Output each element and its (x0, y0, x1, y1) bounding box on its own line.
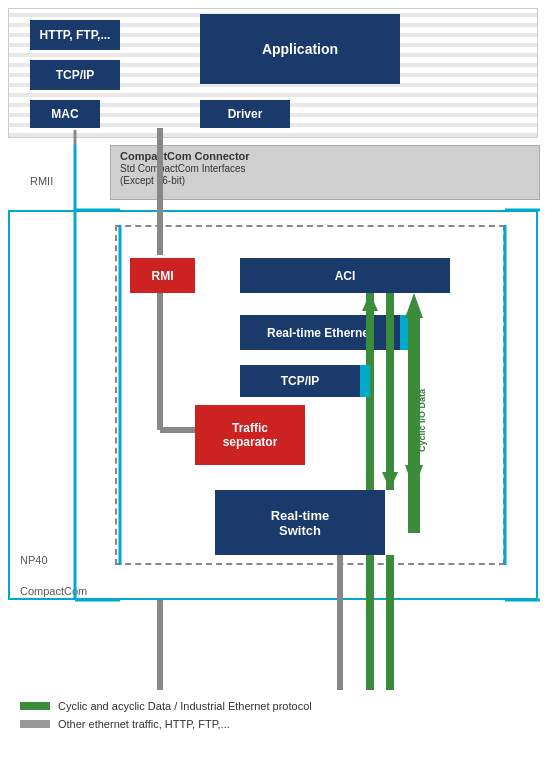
diagram-container: HTTP, FTP,... Application TCP/IP MAC Dri… (0, 0, 554, 760)
legend: Cyclic and acyclic Data / Industrial Eth… (20, 700, 312, 730)
box-rte: Real-time Ethernet (240, 315, 400, 350)
connector-sublabel: Std CompactCom Interfaces (120, 163, 246, 174)
box-http: HTTP, FTP,... (30, 20, 120, 50)
legend-item-green: Cyclic and acyclic Data / Industrial Eth… (20, 700, 312, 712)
box-tcpip-inner: TCP/IP (240, 365, 360, 397)
np40-label: NP40 (20, 554, 48, 566)
connector-sublabel2: (Except 16-bit) (120, 175, 185, 186)
box-rtswitch: Real-time Switch (215, 490, 385, 555)
legend-item-gray: Other ethernet traffic, HTTP, FTP,... (20, 718, 312, 730)
rmii-label: RMII (30, 175, 53, 187)
box-aci: ACI (240, 258, 450, 293)
box-application: Application (200, 14, 400, 84)
box-traffic: Traffic separator (195, 405, 305, 465)
box-tcpip-host: TCP/IP (30, 60, 120, 90)
box-mac: MAC (30, 100, 100, 128)
connector-label: CompactCom Connector (120, 150, 250, 162)
box-rmi: RMI (130, 258, 195, 293)
legend-text-gray: Other ethernet traffic, HTTP, FTP,... (58, 718, 230, 730)
legend-color-gray (20, 720, 50, 728)
legend-text-green: Cyclic and acyclic Data / Industrial Eth… (58, 700, 312, 712)
legend-color-green (20, 702, 50, 710)
cyclic-label: Cyclic I/O Data (415, 330, 429, 510)
compactcom-label: CompactCom (20, 585, 87, 597)
box-driver: Driver (200, 100, 290, 128)
